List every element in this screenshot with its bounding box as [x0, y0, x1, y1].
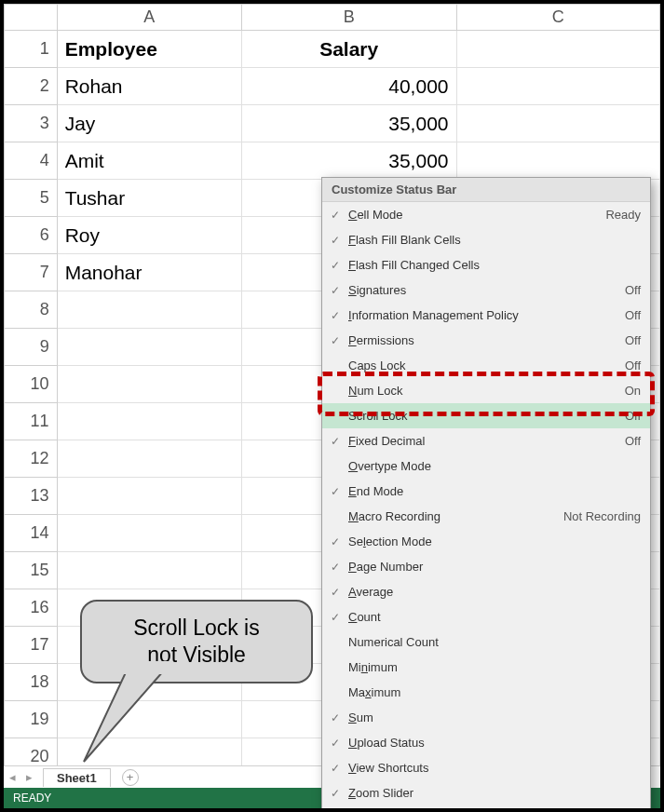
context-menu-item-label: View Shortcuts — [348, 761, 641, 775]
context-menu-item-label: Flash Fill Blank Cells — [348, 233, 641, 247]
check-icon: ✓ — [322, 611, 348, 624]
callout-annotation: Scroll Lock is not Visible — [80, 600, 313, 683]
context-menu-item[interactable]: Num LockOn — [322, 378, 650, 403]
context-menu-item[interactable]: ✓Zoom Slider — [322, 780, 650, 805]
cell[interactable]: Rohan — [57, 68, 241, 105]
add-sheet-button[interactable]: + — [122, 769, 139, 786]
context-menu-item[interactable]: ✓Zoom190% — [322, 805, 650, 812]
row-header[interactable]: 3 — [5, 105, 58, 142]
cell[interactable] — [456, 142, 660, 180]
check-icon: ✓ — [322, 762, 348, 775]
check-icon: ✓ — [322, 209, 348, 222]
cell[interactable] — [456, 68, 660, 105]
cell[interactable] — [57, 515, 241, 552]
context-menu-item[interactable]: ✓Selection Mode — [322, 529, 650, 554]
cell[interactable] — [57, 329, 241, 366]
context-menu-item[interactable]: ✓Flash Fill Changed Cells — [322, 252, 650, 277]
cell[interactable]: 40,000 — [241, 68, 456, 105]
check-icon: ✓ — [322, 334, 348, 347]
cell[interactable]: 35,000 — [241, 142, 456, 180]
cell[interactable] — [456, 105, 660, 142]
row-header[interactable]: 12 — [5, 440, 58, 478]
context-menu-item[interactable]: Macro RecordingNot Recording — [322, 504, 650, 529]
col-header-c[interactable]: C — [456, 5, 660, 31]
context-menu-item-label: Scroll Lock — [348, 409, 617, 423]
context-menu-item[interactable]: ✓Page Number — [322, 554, 650, 579]
check-icon: ✓ — [322, 309, 348, 322]
context-menu-item[interactable]: ✓SignaturesOff — [322, 277, 650, 303]
context-menu-item[interactable]: ✓Average — [322, 579, 650, 604]
context-menu-item[interactable]: ✓Count — [322, 604, 650, 629]
cell[interactable]: Jay — [57, 105, 241, 142]
cell[interactable]: 35,000 — [241, 105, 456, 142]
context-menu-item[interactable]: ✓End Mode — [322, 479, 650, 504]
row-header[interactable]: 15 — [5, 552, 58, 589]
row-header[interactable]: 1 — [5, 31, 58, 68]
row-header[interactable]: 18 — [5, 664, 58, 701]
context-menu-item-label: Count — [348, 610, 641, 624]
col-header-a[interactable]: A — [57, 5, 241, 31]
row-header[interactable]: 5 — [5, 180, 58, 217]
callout-line1: Scroll Lock is — [99, 615, 294, 642]
context-menu-item-label: Selection Mode — [348, 535, 641, 548]
cell[interactable] — [57, 440, 241, 478]
row-header[interactable]: 16 — [5, 589, 58, 627]
select-all-corner[interactable] — [5, 5, 58, 31]
check-icon: ✓ — [322, 787, 348, 800]
cell[interactable] — [57, 291, 241, 329]
tab-nav-next[interactable]: ▸ — [20, 770, 37, 784]
row-header[interactable]: 9 — [5, 329, 58, 366]
row-header[interactable]: 10 — [5, 366, 58, 403]
cell[interactable]: Salary — [241, 31, 456, 68]
col-header-b[interactable]: B — [241, 5, 456, 31]
context-menu-item-label: Information Management Policy — [348, 308, 617, 322]
context-menu-item[interactable]: Numerical Count — [322, 629, 650, 655]
context-menu-item[interactable]: ✓Sum — [322, 705, 650, 730]
row-header[interactable]: 11 — [5, 403, 58, 440]
cell[interactable] — [57, 366, 241, 403]
context-menu-item[interactable]: ✓Flash Fill Blank Cells — [322, 227, 650, 252]
context-menu-item-label: End Mode — [348, 484, 641, 498]
cell[interactable] — [456, 31, 660, 68]
context-menu-item[interactable]: Scroll LockOff — [322, 403, 650, 428]
row-header[interactable]: 6 — [5, 217, 58, 254]
cell[interactable] — [57, 701, 241, 738]
context-menu-item[interactable]: Overtype Mode — [322, 453, 650, 479]
context-menu-item-label: Sum — [348, 710, 641, 724]
cell[interactable]: Tushar — [57, 180, 241, 217]
context-menu-item-label: Page Number — [348, 560, 641, 574]
context-menu-item[interactable]: ✓PermissionsOff — [322, 328, 650, 353]
row-header[interactable]: 2 — [5, 68, 58, 105]
check-icon: ✓ — [322, 711, 348, 724]
cell[interactable]: Manohar — [57, 254, 241, 291]
row-header[interactable]: 14 — [5, 515, 58, 552]
tab-nav-prev[interactable]: ◂ — [4, 770, 20, 784]
context-menu-item[interactable]: ✓Upload Status — [322, 730, 650, 755]
context-menu-item[interactable]: ✓Cell ModeReady — [322, 202, 650, 227]
row-header[interactable]: 13 — [5, 478, 58, 515]
context-menu-item-label: Upload Status — [348, 736, 641, 750]
cell[interactable] — [57, 478, 241, 515]
row-header[interactable]: 19 — [5, 701, 58, 738]
callout-line2: not Visible — [99, 642, 294, 669]
context-menu-item[interactable]: Caps LockOff — [322, 353, 650, 378]
context-menu-item[interactable]: ✓View Shortcuts — [322, 755, 650, 780]
row-header[interactable]: 7 — [5, 254, 58, 291]
cell[interactable]: Amit — [57, 142, 241, 180]
row-header[interactable]: 4 — [5, 142, 58, 180]
context-menu-item[interactable]: Minimum — [322, 655, 650, 680]
row-header[interactable]: 17 — [5, 627, 58, 664]
context-menu-item[interactable]: ✓Fixed DecimalOff — [322, 428, 650, 453]
context-menu-item-value: Ready — [598, 208, 641, 222]
cell[interactable]: Employee — [57, 31, 241, 68]
sheet-tab[interactable]: Sheet1 — [43, 768, 111, 787]
cell[interactable] — [57, 403, 241, 440]
context-menu-item[interactable]: Maximum — [322, 680, 650, 705]
context-menu-item-value: Off — [617, 283, 641, 297]
row-header[interactable]: 8 — [5, 291, 58, 329]
context-menu-item[interactable]: ✓Information Management PolicyOff — [322, 303, 650, 328]
cell[interactable]: Roy — [57, 217, 241, 254]
check-icon: ✓ — [322, 259, 348, 272]
cell[interactable] — [57, 552, 241, 589]
check-icon: ✓ — [322, 535, 348, 548]
